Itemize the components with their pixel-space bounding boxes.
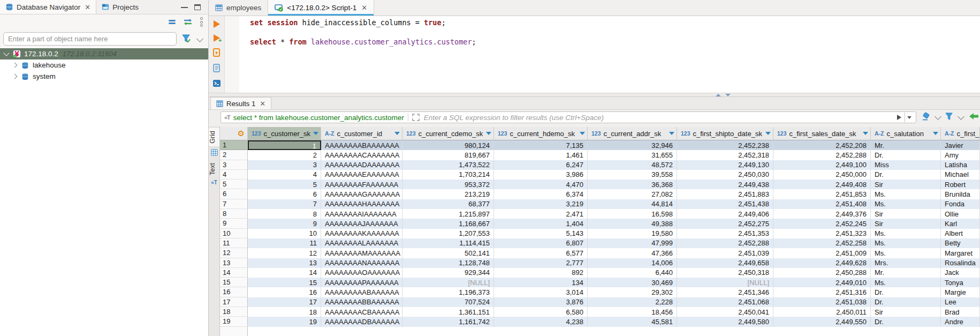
grid-cell[interactable]: Ollie — [941, 209, 980, 219]
row-number[interactable]: 11 — [220, 238, 248, 248]
grid-cell[interactable]: 953,372 — [402, 180, 494, 189]
grid-cell[interactable]: Ms. — [871, 199, 941, 209]
grid-cell[interactable]: 1,473,522 — [402, 160, 494, 170]
grid-cell[interactable]: 18,456 — [588, 307, 677, 317]
row-number[interactable]: 17 — [220, 297, 248, 307]
grid-cell[interactable]: 2,452,258 — [773, 238, 871, 248]
column-menu-icon[interactable] — [394, 132, 400, 135]
row-number[interactable]: 14 — [220, 268, 248, 278]
grid-cell[interactable]: [NULL] — [402, 278, 494, 287]
grid-cell[interactable]: 2,228 — [588, 297, 677, 307]
grid-cell[interactable]: 2,777 — [494, 258, 588, 268]
grid-cell[interactable]: AAAAAAAAHAAAAAAA — [321, 199, 402, 209]
grid-cell[interactable]: 2,451,009 — [773, 248, 871, 258]
grid-cell[interactable]: Dr. — [871, 150, 941, 160]
grid-cell[interactable]: 2,451,316 — [773, 287, 871, 297]
grid-cell[interactable]: 213,219 — [402, 189, 494, 199]
grid-cell[interactable]: 2,451,039 — [677, 248, 773, 258]
row-number[interactable]: 9 — [220, 219, 248, 228]
grid-cell[interactable]: 6 — [248, 189, 321, 199]
expander-open-icon[interactable] — [3, 50, 9, 56]
grid-cell[interactable]: AAAAAAAAOAAAAAAA — [321, 268, 402, 278]
grid-cell[interactable]: 2,452,318 — [677, 150, 773, 160]
grid-cell[interactable]: AAAAAAAABAAAAAAA — [321, 140, 402, 150]
object-search-input[interactable]: Enter a part of object name here — [3, 32, 177, 46]
tab-grid-view[interactable]: Grid — [209, 127, 220, 147]
row-number[interactable]: 7 — [220, 199, 248, 209]
tab-projects[interactable]: Projects — [96, 0, 144, 14]
grid-cell[interactable]: 29,302 — [588, 287, 677, 297]
maximize-icon[interactable] — [194, 4, 201, 10]
grid-cell[interactable]: Margie — [941, 287, 980, 297]
grid-cell[interactable]: 2,450,041 — [677, 307, 773, 317]
grid-cell[interactable]: Sir — [871, 209, 941, 219]
column-menu-icon[interactable] — [765, 132, 771, 135]
grid-cell[interactable]: 31,655 — [588, 150, 677, 160]
grid-cell[interactable]: 2,451,853 — [773, 189, 871, 199]
grid-cell[interactable]: Brad — [941, 307, 980, 317]
column-menu-icon[interactable] — [933, 132, 938, 135]
grid-cell[interactable]: Sir — [871, 180, 941, 189]
grid-cell[interactable]: 14 — [248, 268, 321, 278]
erase-filter-icon[interactable] — [922, 113, 931, 121]
grid-cell[interactable]: 48,572 — [588, 160, 677, 170]
grid-cell[interactable]: 2,449,406 — [677, 209, 773, 219]
grid-cell[interactable]: 3,876 — [494, 297, 588, 307]
editor-results-splitter[interactable] — [209, 93, 980, 97]
grid-cell[interactable]: 13 — [248, 258, 321, 268]
expand-filter-icon[interactable] — [412, 114, 420, 121]
grid-cell[interactable]: 1,128,748 — [402, 258, 494, 268]
grid-cell[interactable]: Dr. — [871, 317, 941, 326]
grid-cell[interactable]: Ms. — [871, 189, 941, 199]
grid-cell[interactable]: Michael — [941, 170, 980, 180]
grid-cell[interactable]: Brunilda — [941, 189, 980, 199]
row-number[interactable]: 6 — [220, 189, 248, 199]
grid-cell[interactable]: 2,452,275 — [677, 219, 773, 228]
grid-cell[interactable]: 6,577 — [494, 248, 588, 258]
column-menu-icon[interactable] — [486, 132, 491, 135]
row-number[interactable]: 19 — [220, 317, 248, 326]
grid-cell[interactable]: Robert — [941, 180, 980, 189]
grid-cell[interactable]: 7 — [248, 199, 321, 209]
grid-cell[interactable]: 9 — [248, 219, 321, 228]
grid-cell[interactable]: 2,451,323 — [773, 229, 871, 238]
grid-cell[interactable]: 1,114,415 — [402, 238, 494, 248]
sql-code[interactable]: set session hide_inaccessible_columns = … — [250, 18, 476, 47]
grid-cell[interactable]: Sir — [871, 307, 941, 317]
editor-tab-script-1[interactable]: <172.18.0.2> Script-1✕ — [268, 0, 374, 16]
grid-cell[interactable]: 16,598 — [588, 209, 677, 219]
column-menu-icon[interactable] — [313, 132, 318, 135]
grid-cell[interactable]: 1,215,897 — [402, 209, 494, 219]
sash-down-icon[interactable] — [725, 94, 731, 96]
grid-cell[interactable]: Mr. — [871, 268, 941, 278]
grid-cell[interactable]: 929,344 — [402, 268, 494, 278]
results-filter-input[interactable]: «T select * from lakehouse.customer_anal… — [221, 111, 916, 123]
grid-cell[interactable]: 36,368 — [588, 180, 677, 189]
minimize-icon[interactable] — [181, 6, 188, 8]
grid-cell[interactable]: 2,449,130 — [677, 160, 773, 170]
column-header-c_salutation[interactable]: A-Zc_salutation — [871, 127, 941, 140]
column-header-c_current_hdemo_sk[interactable]: 123c_current_hdemo_sk — [494, 127, 588, 140]
grid-cell[interactable]: 2,450,030 — [677, 170, 773, 180]
grid-cell[interactable]: 2,450,000 — [773, 170, 871, 180]
grid-cell[interactable]: Latisha — [941, 160, 980, 170]
grid-cell[interactable]: 15 — [248, 278, 321, 287]
grid-cell[interactable]: 49,388 — [588, 219, 677, 228]
value-viewer-icon[interactable]: «T — [209, 180, 219, 185]
grid-cell[interactable]: AAAAAAAAEAAAAAAA — [321, 170, 402, 180]
grid-cell[interactable]: 3,986 — [494, 170, 588, 180]
grid-cell[interactable]: AAAAAAAACBAAAAAA — [321, 307, 402, 317]
grid-cell[interactable]: 4,470 — [494, 180, 588, 189]
chevron-down-icon[interactable] — [958, 113, 964, 120]
grid-cell[interactable]: 18 — [248, 307, 321, 317]
row-number[interactable]: 16 — [220, 287, 248, 297]
grid-cell[interactable]: 4,238 — [494, 317, 588, 326]
grid-cell[interactable]: 2,449,010 — [773, 278, 871, 287]
grid-cell[interactable]: 2 — [248, 150, 321, 160]
column-menu-icon[interactable] — [863, 132, 868, 135]
grid-cell[interactable]: Ms. — [871, 278, 941, 287]
grid-cell[interactable]: 47,999 — [588, 238, 677, 248]
grid-cell[interactable]: Sir — [871, 219, 941, 228]
grid-cell[interactable]: 134 — [494, 278, 588, 287]
chevron-down-icon[interactable] — [196, 35, 203, 42]
